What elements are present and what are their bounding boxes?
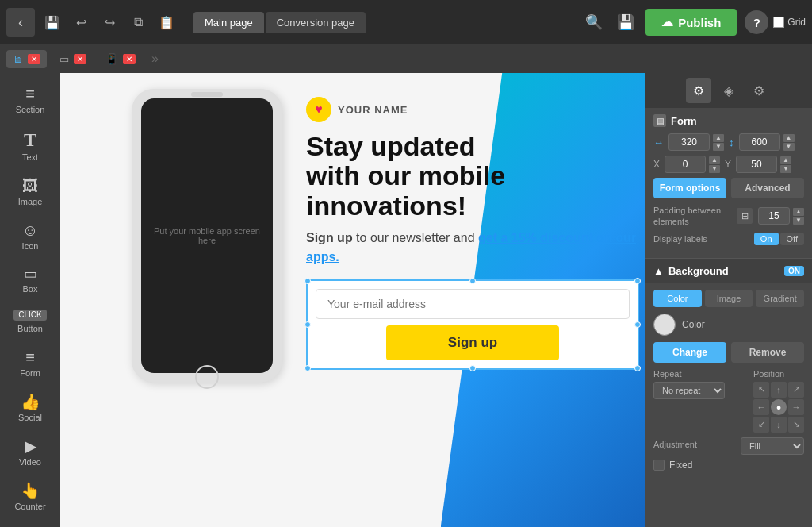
tab-conversion-page[interactable]: Conversion page	[266, 12, 366, 33]
position-label: Position	[753, 369, 804, 379]
sidebar-item-counter[interactable]: 👆 Counter	[5, 476, 56, 517]
padding-down[interactable]: ▼	[793, 217, 804, 225]
pos-mr[interactable]: →	[788, 399, 804, 415]
pos-tl[interactable]: ↖	[753, 382, 769, 398]
email-input[interactable]	[316, 289, 630, 319]
y-down[interactable]: ▼	[780, 165, 791, 173]
adjustment-select[interactable]: Fill Fit Stretch Tile	[741, 437, 804, 455]
desktop-icon: 🖥	[13, 53, 23, 65]
toggle-off[interactable]: Off	[780, 233, 804, 245]
sidebar-item-image[interactable]: 🖼 Image	[5, 171, 56, 213]
y-up[interactable]: ▲	[780, 156, 791, 164]
redo-icon[interactable]: ↪	[97, 10, 122, 35]
x-up[interactable]: ▲	[709, 156, 720, 164]
undo-icon[interactable]: ↩	[68, 10, 94, 35]
background-section-header[interactable]: ▲ Background ON	[645, 259, 812, 283]
sidebar-item-button[interactable]: CLICK Button	[5, 303, 56, 340]
collapse-icon: ▲	[653, 265, 664, 277]
subtext-strong: Sign up	[306, 231, 353, 244]
panel-tab-layers[interactable]: ◈	[716, 78, 741, 103]
sidebar-item-icon[interactable]: ☺ Icon	[5, 216, 56, 257]
grid-checkbox[interactable]	[773, 17, 784, 28]
pos-center[interactable]: ●	[771, 399, 787, 415]
width-down[interactable]: ▼	[713, 143, 724, 151]
panel-tab-settings[interactable]: ⚙	[686, 78, 711, 103]
delete-tablet[interactable]: ✕	[74, 54, 86, 64]
remove-button[interactable]: Remove	[731, 342, 804, 363]
pos-ml[interactable]: ←	[753, 399, 769, 415]
handle-tl[interactable]	[304, 278, 311, 284]
phone-outer: Put your mobile app screen here	[132, 89, 282, 383]
padding-up[interactable]: ▲	[793, 208, 804, 216]
copy-icon[interactable]: ⧉	[125, 10, 151, 35]
sidebar-item-social[interactable]: 👍 Social	[5, 387, 56, 429]
background-on-badge: ON	[784, 266, 804, 276]
paste-icon[interactable]: 📋	[154, 10, 179, 35]
padding-input[interactable]	[758, 207, 790, 225]
handle-bm[interactable]	[469, 365, 476, 371]
button-icon: CLICK	[13, 310, 46, 321]
x-input[interactable]	[665, 156, 706, 173]
y-input[interactable]	[736, 156, 777, 173]
delete-desktop[interactable]: ✕	[28, 54, 40, 64]
width-up[interactable]: ▲	[713, 134, 724, 142]
section-icon: ≡	[25, 86, 35, 102]
width-height-row: ↔ ▲ ▼ ↕ ▲ ▼	[653, 133, 804, 151]
help-icon[interactable]: ?	[745, 10, 768, 34]
panel-tab-gear[interactable]: ⚙	[746, 78, 772, 103]
repeat-select[interactable]: No repeat Repeat Repeat-x Repeat-y	[653, 382, 725, 399]
delete-mobile[interactable]: ✕	[123, 54, 136, 64]
save-icon[interactable]: 💾	[40, 10, 65, 35]
height-up[interactable]: ▲	[783, 134, 795, 142]
height-down[interactable]: ▼	[783, 143, 795, 151]
page-hero: Put your mobile app screen here ♥ YOUR N…	[60, 73, 645, 527]
back-button[interactable]: ‹	[6, 8, 35, 37]
sidebar-item-text[interactable]: T Text	[5, 124, 56, 168]
color-swatch[interactable]	[653, 314, 676, 336]
sidebar-item-video[interactable]: ▶ Video	[5, 432, 56, 473]
pos-br[interactable]: ↘	[788, 417, 804, 433]
adjustment-label: Adjustment	[653, 440, 697, 449]
tab-main-page[interactable]: Main page	[193, 12, 264, 33]
height-field: ▲ ▼	[739, 133, 795, 151]
bg-tab-color[interactable]: Color	[653, 290, 702, 307]
sidebar-item-custom[interactable]: </> Custom	[5, 521, 56, 527]
background-content: Color Image Gradient Color Change Remove	[645, 283, 812, 477]
form-title-section: ▤ Form ↔ ▲ ▼ ↕ ▲ ▼	[645, 108, 812, 259]
pos-tc[interactable]: ↑	[771, 382, 787, 398]
box-icon: ▭	[24, 267, 37, 281]
fixed-checkbox[interactable]	[653, 460, 665, 471]
width-input[interactable]	[668, 133, 710, 151]
handle-bl[interactable]	[304, 365, 311, 371]
pos-bc[interactable]: ↓	[771, 417, 787, 433]
form-title: Form	[671, 115, 697, 127]
toggle-on[interactable]: On	[754, 233, 779, 245]
height-input[interactable]	[739, 133, 780, 151]
pos-tr[interactable]: ↗	[788, 382, 804, 398]
form-options-button[interactable]: Form options	[653, 178, 726, 198]
x-down[interactable]: ▼	[709, 165, 720, 173]
sidebar-item-section[interactable]: ≡ Section	[5, 79, 56, 121]
handle-tm[interactable]	[469, 278, 476, 284]
left-sidebar: ≡ Section T Text 🖼 Image ☺ Icon ▭ Box CL…	[0, 73, 60, 527]
grid-toggle[interactable]: Grid	[773, 17, 806, 28]
pos-bl[interactable]: ↙	[753, 417, 769, 433]
device-desktop[interactable]: 🖥 ✕	[6, 50, 47, 68]
sidebar-item-form[interactable]: ≡ Form	[5, 343, 56, 384]
signup-button[interactable]: Sign up	[386, 325, 559, 360]
sidebar-item-box[interactable]: ▭ Box	[5, 260, 56, 300]
publish-button[interactable]: ☁ Publish	[645, 9, 737, 36]
bg-tab-image[interactable]: Image	[705, 290, 753, 307]
device-tablet[interactable]: ▭ ✕	[53, 50, 93, 68]
canvas-area[interactable]: Put your mobile app screen here ♥ YOUR N…	[60, 73, 645, 527]
padding-row: Padding between elements ⊞ ▲ ▼	[653, 205, 804, 228]
change-button[interactable]: Change	[653, 342, 726, 363]
handle-ml[interactable]	[304, 321, 311, 328]
device-bar: 🖥 ✕ ▭ ✕ 📱 ✕ »	[0, 44, 812, 73]
device-mobile[interactable]: 📱 ✕	[99, 50, 142, 68]
search-icon[interactable]: 🔍	[582, 10, 606, 34]
download-icon[interactable]: 💾	[614, 10, 638, 34]
handle-mr[interactable]	[634, 321, 641, 328]
advanced-button[interactable]: Advanced	[731, 178, 804, 198]
bg-tab-gradient[interactable]: Gradient	[756, 290, 804, 307]
